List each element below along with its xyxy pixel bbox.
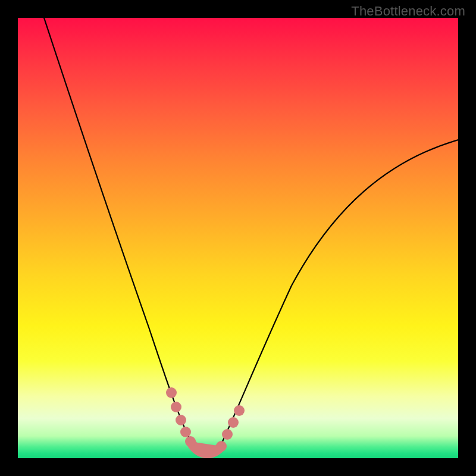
watermark-text: TheBottleneck.com — [351, 4, 465, 19]
plot-area — [18, 18, 458, 458]
threshold-marker — [185, 436, 196, 447]
curve-layer — [18, 18, 458, 458]
threshold-marker — [176, 415, 186, 425]
threshold-marker — [166, 387, 177, 398]
bottleneck-curve — [44, 18, 458, 455]
threshold-marker — [180, 427, 191, 437]
threshold-marker — [216, 441, 227, 452]
threshold-marker — [171, 402, 181, 412]
chart-container: TheBottleneck.com — [0, 0, 476, 476]
threshold-marker — [228, 417, 239, 428]
threshold-marker — [234, 405, 245, 416]
threshold-marker — [222, 429, 233, 440]
